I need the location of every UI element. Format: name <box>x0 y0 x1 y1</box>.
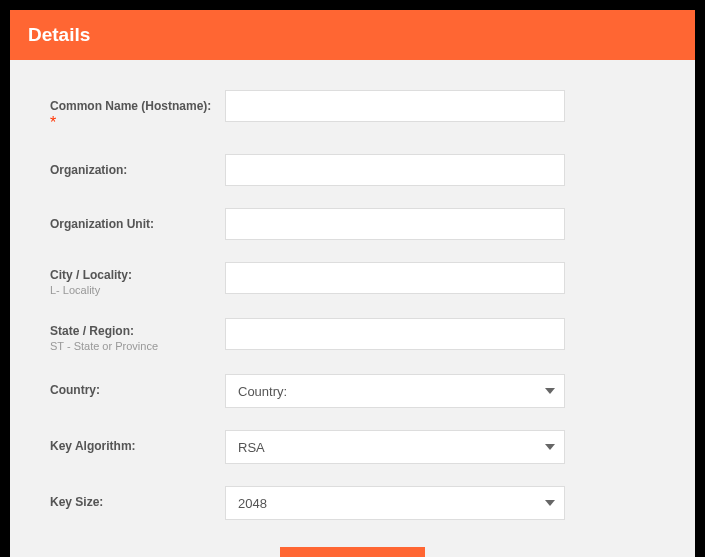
row-state: State / Region: ST - State or Province <box>50 318 655 352</box>
panel-header: Details <box>10 10 695 60</box>
row-country: Country: Country: <box>50 374 655 408</box>
hint-state: ST - State or Province <box>50 340 215 352</box>
country-selected-value: Country: <box>238 384 287 399</box>
label-country: Country: <box>50 383 100 397</box>
country-select[interactable]: Country: <box>225 374 565 408</box>
label-state: State / Region: <box>50 324 215 338</box>
button-row: GENERATE CSR <box>50 542 655 557</box>
row-org-unit: Organization Unit: <box>50 208 655 240</box>
row-city: City / Locality: L- Locality <box>50 262 655 296</box>
city-input[interactable] <box>225 262 565 294</box>
row-organization: Organization: <box>50 154 655 186</box>
required-mark: * <box>50 114 56 131</box>
generate-csr-button[interactable]: GENERATE CSR <box>280 547 424 557</box>
hint-city: L- Locality <box>50 284 215 296</box>
label-city: City / Locality: <box>50 268 215 282</box>
key-algo-select[interactable]: RSA <box>225 430 565 464</box>
key-size-select[interactable]: 2048 <box>225 486 565 520</box>
organization-input[interactable] <box>225 154 565 186</box>
state-input[interactable] <box>225 318 565 350</box>
row-common-name: Common Name (Hostname): * <box>50 90 655 132</box>
panel-title: Details <box>28 24 677 46</box>
key-algo-selected-value: RSA <box>238 440 265 455</box>
row-key-algo: Key Algorithm: RSA <box>50 430 655 464</box>
label-key-algo: Key Algorithm: <box>50 439 136 453</box>
label-organization: Organization: <box>50 163 127 177</box>
label-key-size: Key Size: <box>50 495 103 509</box>
form-body: Common Name (Hostname): * Organization: … <box>10 60 695 557</box>
label-common-name: Common Name (Hostname): <box>50 99 211 113</box>
row-key-size: Key Size: 2048 <box>50 486 655 520</box>
label-org-unit: Organization Unit: <box>50 217 154 231</box>
key-size-selected-value: 2048 <box>238 496 267 511</box>
common-name-input[interactable] <box>225 90 565 122</box>
org-unit-input[interactable] <box>225 208 565 240</box>
details-panel: Details Common Name (Hostname): * Organi… <box>10 10 695 557</box>
